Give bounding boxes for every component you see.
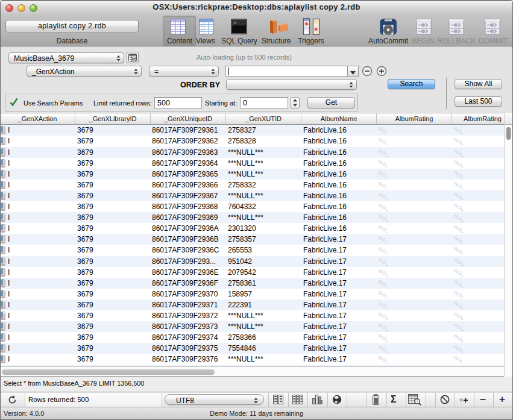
- svg-text:>: >: [233, 20, 236, 25]
